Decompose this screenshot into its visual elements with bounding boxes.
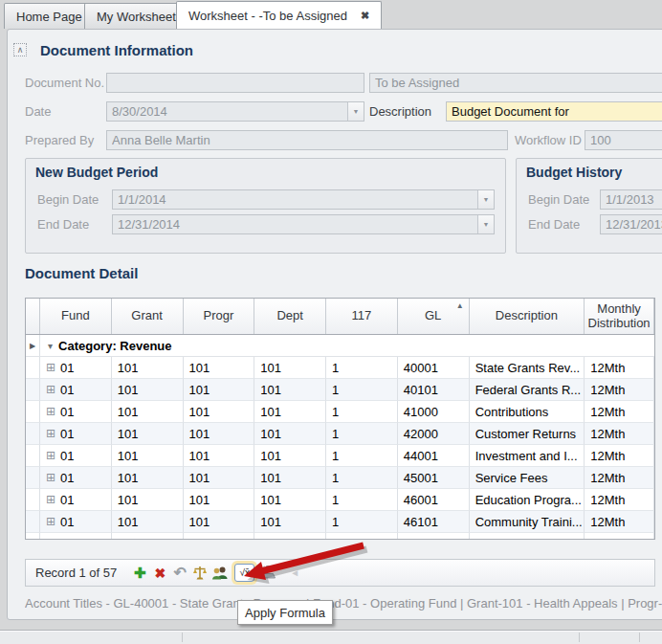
grid-cell-gl[interactable]: 46101 [398,511,470,533]
grid-cell-dept[interactable]: 101 [254,423,326,445]
users-icon[interactable] [210,564,230,583]
grid-cell-dept[interactable]: 101 [254,357,326,379]
stamp-icon[interactable] [258,564,277,583]
workflow-id-input[interactable] [585,130,662,150]
table-row[interactable]: ⊞01101101101146001Education Progra...12M… [26,489,654,511]
dropdown-arrow-icon[interactable]: ▼ [347,102,364,121]
description-input[interactable] [446,101,662,122]
grid-cell-gl[interactable]: 40101 [398,379,470,401]
grid-cell-dept[interactable]: 101 [254,511,326,533]
grid-cell-progr[interactable]: 101 [184,423,255,445]
grid-cell-monthly[interactable]: 12Mth [585,511,654,533]
table-row[interactable]: ⊞01101101101145001Service Fees12Mth [26,467,654,489]
table-row[interactable]: ⊞01101101101140101Federal Grants R...12M… [26,379,654,401]
grid-cell-progr[interactable]: 101 [184,379,255,401]
grid-cell-c117[interactable]: 1 [326,401,398,423]
grid-cell-fund[interactable]: ⊞01 [40,445,112,467]
grid-cell-grant[interactable]: 101 [112,423,184,445]
bh-begin-date-combo[interactable]: 1/1/2013 [600,189,662,210]
dropdown-arrow-icon[interactable]: ▼ [477,215,494,233]
table-row[interactable]: ⊞01101101101144001Investment and I...12M… [26,445,654,467]
grid-cell-fund[interactable]: ⊞01 [40,511,112,533]
grid-cell-grant[interactable]: 101 [112,401,184,423]
collapse-section-icon[interactable]: ∧ [13,43,27,56]
grid-cell-description[interactable]: Community Traini... [470,511,585,533]
column-header-117[interactable]: 117 [326,299,398,334]
grid-cell-progr[interactable]: 101 [184,467,255,489]
grid-cell-c117[interactable]: 1 [326,379,398,401]
expand-row-icon[interactable]: ⊞ [46,515,55,528]
apply-formula-icon[interactable]: √x̄ [234,564,254,582]
grid-cell-c117[interactable]: 1 [326,357,398,379]
column-header-fund[interactable]: Fund [40,299,112,334]
tab-home-page[interactable]: Home Page [4,3,95,29]
grid-cell-grant[interactable]: 101 [112,511,184,533]
grid-cell-progr[interactable]: 101 [184,445,255,467]
nbp-begin-date-combo[interactable]: 1/1/2014 ▼ [112,189,495,210]
expand-row-icon[interactable]: ⊞ [46,405,55,418]
expand-row-icon[interactable]: ⊞ [46,427,55,440]
table-row[interactable]: ⊞01101101101140001State Grants Rev...12M… [26,357,654,379]
grid-cell-fund[interactable]: ⊞01 [40,357,112,379]
grid-cell-gl[interactable]: 41000 [398,401,470,423]
grid-cell-gl[interactable]: 40001 [398,357,470,379]
grid-cell-fund[interactable]: ⊞01 [40,401,112,423]
grid-cell-description[interactable]: Contributions [470,401,585,423]
undo-icon[interactable]: ↶ [170,564,189,583]
column-header-progr[interactable]: Progr [184,299,255,334]
column-header-gl[interactable]: GL▲ [398,299,470,334]
date-combo[interactable]: 8/30/2014 ▼ [106,101,364,122]
grid-cell-dept[interactable]: 101 [254,489,326,511]
grid-cell-grant[interactable]: 101 [112,489,184,511]
expand-row-icon[interactable]: ⊞ [46,361,55,374]
scroll-left-icon[interactable]: ◄ [290,567,299,578]
expand-row-icon[interactable]: ⊞ [46,471,55,484]
grid-cell-grant[interactable]: 101 [112,445,184,467]
grid-cell-progr[interactable]: 101 [184,401,255,423]
grid-cell-fund[interactable]: ⊞01 [40,423,112,445]
grid-cell-progr[interactable]: 101 [184,357,255,379]
bh-end-date-combo[interactable]: 12/31/2013 [600,214,662,234]
expand-row-icon[interactable]: ⊞ [46,449,55,462]
table-row[interactable]: ⊞01101101101146101Community Traini...12M… [26,511,654,533]
nbp-end-date-combo[interactable]: 12/31/2014 ▼ [112,214,495,234]
grid-cell-c117[interactable]: 1 [326,467,398,489]
column-header-dept[interactable]: Dept [254,299,326,334]
grid-cell-description[interactable]: Service Fees [470,467,585,489]
grid-cell-monthly[interactable]: 12Mth [585,401,654,423]
grid-cell-fund[interactable]: ⊞01 [40,467,112,489]
grid-cell-description[interactable]: Education Progra... [470,489,585,511]
grid-cell-monthly[interactable]: 12Mth [585,423,654,445]
grid-cell-monthly[interactable]: 12Mth [585,467,654,489]
grid-cell-c117[interactable]: 1 [326,423,398,445]
dropdown-arrow-icon[interactable]: ▼ [477,190,494,209]
grid-cell-dept[interactable]: 101 [254,467,326,489]
tab-worksheet-to-be-assigned[interactable]: Worksheet - -To be Assigned ✖ [176,1,382,29]
collapse-group-icon[interactable]: ▾ [48,341,53,351]
group-row-category[interactable]: ▶ ▾ Category: Revenue [26,335,654,357]
grid-cell-dept[interactable]: 101 [254,401,326,423]
grid-cell-monthly[interactable]: 12Mth [585,379,654,401]
grid-cell-fund[interactable]: ⊞01 [40,489,112,511]
document-no-input[interactable] [106,73,364,93]
grid-cell-c117[interactable]: 1 [326,445,398,467]
add-record-icon[interactable]: ✚ [130,564,149,583]
grid-cell-grant[interactable]: 101 [112,357,184,379]
grid-cell-gl[interactable]: 42000 [398,423,470,445]
grid-cell-gl[interactable]: 44001 [398,445,470,467]
grid-cell-fund[interactable]: ⊞01 [40,379,112,401]
grid-cell-monthly[interactable]: 12Mth [585,357,654,379]
grid-cell-monthly[interactable]: 12Mth [585,445,654,467]
grid-cell-description[interactable]: Investment and I... [470,445,585,467]
expand-row-icon[interactable]: ⊞ [46,383,55,396]
close-tab-icon[interactable]: ✖ [361,11,369,21]
grid-cell-c117[interactable]: 1 [326,489,398,511]
balance-scales-icon[interactable] [190,564,210,583]
expand-row-icon[interactable]: ⊞ [46,493,55,506]
prepared-by-input[interactable] [106,130,508,150]
grid-cell-progr[interactable]: 101 [184,511,255,533]
assignment-status-input[interactable] [369,73,662,93]
grid-cell-dept[interactable]: 101 [254,379,326,401]
table-row[interactable]: ⊞01101101101142000Customer Returns12Mth [26,423,654,445]
grid-cell-monthly[interactable]: 12Mth [585,489,654,511]
